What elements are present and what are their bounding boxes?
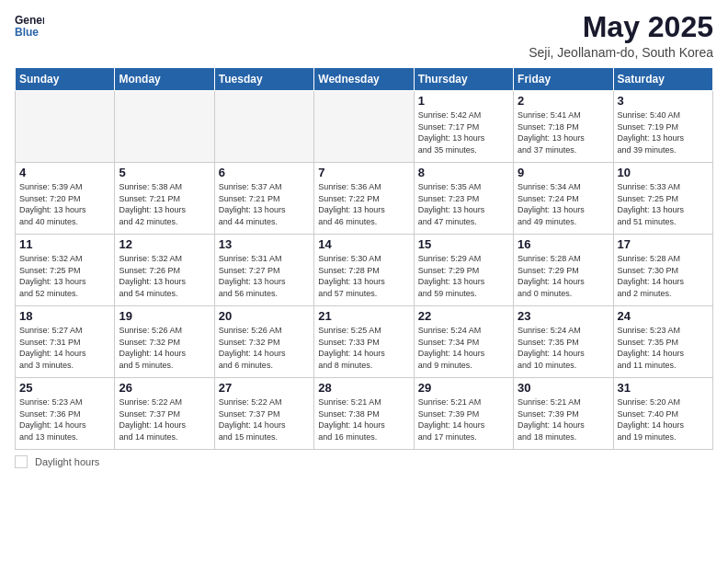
svg-text:Blue: Blue [15, 26, 39, 39]
day-number: 4 [19, 166, 110, 179]
calendar-day-cell: 30Sunrise: 5:21 AM Sunset: 7:39 PM Dayli… [514, 378, 613, 450]
day-number: 3 [618, 94, 709, 108]
day-info: Sunrise: 5:21 AM Sunset: 7:38 PM Dayligh… [318, 396, 409, 442]
day-number: 30 [518, 381, 609, 395]
calendar-day-cell: 5Sunrise: 5:38 AM Sunset: 7:21 PM Daylig… [115, 163, 214, 235]
day-info: Sunrise: 5:33 AM Sunset: 7:25 PM Dayligh… [618, 181, 709, 227]
day-info: Sunrise: 5:30 AM Sunset: 7:28 PM Dayligh… [318, 253, 409, 299]
day-info: Sunrise: 5:37 AM Sunset: 7:21 PM Dayligh… [219, 181, 310, 227]
month-title: May 2025 [529, 11, 713, 43]
calendar-week-row: 25Sunrise: 5:23 AM Sunset: 7:36 PM Dayli… [16, 378, 713, 450]
calendar-day-cell: 20Sunrise: 5:26 AM Sunset: 7:32 PM Dayli… [214, 306, 313, 378]
calendar-day-cell: 13Sunrise: 5:31 AM Sunset: 7:27 PM Dayli… [214, 235, 313, 306]
day-number: 18 [19, 309, 110, 323]
day-number: 22 [418, 309, 509, 323]
day-info: Sunrise: 5:24 AM Sunset: 7:35 PM Dayligh… [518, 325, 609, 371]
calendar-day-cell: 23Sunrise: 5:24 AM Sunset: 7:35 PM Dayli… [514, 306, 613, 378]
calendar-day-cell: 28Sunrise: 5:21 AM Sunset: 7:38 PM Dayli… [314, 378, 414, 450]
day-info: Sunrise: 5:31 AM Sunset: 7:27 PM Dayligh… [219, 253, 310, 299]
title-block: May 2025 Seji, Jeollanam-do, South Korea [529, 11, 713, 60]
day-number: 26 [119, 381, 210, 395]
calendar-day-cell: 18Sunrise: 5:27 AM Sunset: 7:31 PM Dayli… [16, 306, 115, 378]
day-number: 27 [219, 381, 310, 395]
day-info: Sunrise: 5:22 AM Sunset: 7:37 PM Dayligh… [119, 396, 210, 442]
day-info: Sunrise: 5:28 AM Sunset: 7:29 PM Dayligh… [518, 253, 609, 299]
calendar-week-row: 1Sunrise: 5:42 AM Sunset: 7:17 PM Daylig… [16, 91, 713, 163]
calendar-day-cell: 1Sunrise: 5:42 AM Sunset: 7:17 PM Daylig… [414, 91, 513, 163]
calendar-day-cell: 12Sunrise: 5:32 AM Sunset: 7:26 PM Dayli… [115, 235, 214, 306]
calendar-day-cell: 3Sunrise: 5:40 AM Sunset: 7:19 PM Daylig… [613, 91, 712, 163]
calendar-day-cell: 22Sunrise: 5:24 AM Sunset: 7:34 PM Dayli… [414, 306, 513, 378]
day-info: Sunrise: 5:21 AM Sunset: 7:39 PM Dayligh… [418, 396, 509, 442]
day-number: 14 [318, 237, 409, 251]
location-subtitle: Seji, Jeollanam-do, South Korea [529, 45, 713, 60]
day-info: Sunrise: 5:26 AM Sunset: 7:32 PM Dayligh… [219, 325, 310, 371]
day-number: 20 [219, 309, 310, 323]
day-info: Sunrise: 5:21 AM Sunset: 7:39 PM Dayligh… [518, 396, 609, 442]
calendar-day-cell: 31Sunrise: 5:20 AM Sunset: 7:40 PM Dayli… [613, 378, 712, 450]
daylight-label: Daylight hours [35, 456, 99, 467]
calendar-day-cell: 11Sunrise: 5:32 AM Sunset: 7:25 PM Dayli… [16, 235, 115, 306]
day-number: 9 [518, 166, 609, 179]
calendar-week-row: 4Sunrise: 5:39 AM Sunset: 7:20 PM Daylig… [16, 163, 713, 235]
calendar-day-cell: 26Sunrise: 5:22 AM Sunset: 7:37 PM Dayli… [115, 378, 214, 450]
day-header-cell: Thursday [414, 68, 513, 91]
calendar-day-cell: 9Sunrise: 5:34 AM Sunset: 7:24 PM Daylig… [514, 163, 613, 235]
day-info: Sunrise: 5:28 AM Sunset: 7:30 PM Dayligh… [618, 253, 709, 299]
day-number: 16 [518, 237, 609, 251]
day-info: Sunrise: 5:25 AM Sunset: 7:33 PM Dayligh… [318, 325, 409, 371]
day-number: 1 [418, 94, 509, 108]
calendar-day-cell: 15Sunrise: 5:29 AM Sunset: 7:29 PM Dayli… [414, 235, 513, 306]
day-info: Sunrise: 5:41 AM Sunset: 7:18 PM Dayligh… [518, 109, 609, 155]
day-number: 19 [119, 309, 210, 323]
calendar-day-cell: 14Sunrise: 5:30 AM Sunset: 7:28 PM Dayli… [314, 235, 414, 306]
day-info: Sunrise: 5:38 AM Sunset: 7:21 PM Dayligh… [119, 181, 210, 227]
calendar-day-cell: 29Sunrise: 5:21 AM Sunset: 7:39 PM Dayli… [414, 378, 513, 450]
day-number: 2 [518, 94, 609, 108]
day-info: Sunrise: 5:24 AM Sunset: 7:34 PM Dayligh… [418, 325, 509, 371]
day-header-cell: Saturday [613, 68, 712, 91]
footer: Daylight hours [15, 455, 713, 468]
calendar-day-cell: 17Sunrise: 5:28 AM Sunset: 7:30 PM Dayli… [613, 235, 712, 306]
day-info: Sunrise: 5:40 AM Sunset: 7:19 PM Dayligh… [618, 109, 709, 155]
calendar-day-cell: 2Sunrise: 5:41 AM Sunset: 7:18 PM Daylig… [514, 91, 613, 163]
calendar-day-cell: 25Sunrise: 5:23 AM Sunset: 7:36 PM Dayli… [16, 378, 115, 450]
day-header-row: SundayMondayTuesdayWednesdayThursdayFrid… [16, 68, 713, 91]
day-number: 28 [318, 381, 409, 395]
day-info: Sunrise: 5:23 AM Sunset: 7:36 PM Dayligh… [19, 396, 110, 442]
day-header-cell: Monday [115, 68, 214, 91]
day-number: 21 [318, 309, 409, 323]
calendar-day-cell [16, 91, 115, 163]
day-info: Sunrise: 5:23 AM Sunset: 7:35 PM Dayligh… [618, 325, 709, 371]
daylight-box-icon [15, 455, 28, 468]
day-info: Sunrise: 5:36 AM Sunset: 7:22 PM Dayligh… [318, 181, 409, 227]
calendar-day-cell [115, 91, 214, 163]
day-header-cell: Sunday [16, 68, 115, 91]
day-header-cell: Tuesday [214, 68, 313, 91]
day-info: Sunrise: 5:27 AM Sunset: 7:31 PM Dayligh… [19, 325, 110, 371]
calendar-day-cell: 27Sunrise: 5:22 AM Sunset: 7:37 PM Dayli… [214, 378, 313, 450]
day-number: 12 [119, 237, 210, 251]
day-info: Sunrise: 5:42 AM Sunset: 7:17 PM Dayligh… [418, 109, 509, 155]
day-header-cell: Friday [514, 68, 613, 91]
day-info: Sunrise: 5:39 AM Sunset: 7:20 PM Dayligh… [19, 181, 110, 227]
day-info: Sunrise: 5:26 AM Sunset: 7:32 PM Dayligh… [119, 325, 210, 371]
day-info: Sunrise: 5:29 AM Sunset: 7:29 PM Dayligh… [418, 253, 509, 299]
logo-icon: General Blue [15, 11, 44, 40]
day-number: 5 [119, 166, 210, 179]
day-number: 6 [219, 166, 310, 179]
calendar-day-cell: 19Sunrise: 5:26 AM Sunset: 7:32 PM Dayli… [115, 306, 214, 378]
day-number: 15 [418, 237, 509, 251]
day-info: Sunrise: 5:34 AM Sunset: 7:24 PM Dayligh… [518, 181, 609, 227]
day-number: 31 [618, 381, 709, 395]
day-number: 8 [418, 166, 509, 179]
svg-text:General: General [15, 14, 44, 27]
header: General Blue May 2025 Seji, Jeollanam-do… [15, 11, 713, 60]
calendar-day-cell: 6Sunrise: 5:37 AM Sunset: 7:21 PM Daylig… [214, 163, 313, 235]
day-info: Sunrise: 5:22 AM Sunset: 7:37 PM Dayligh… [219, 396, 310, 442]
calendar-day-cell: 10Sunrise: 5:33 AM Sunset: 7:25 PM Dayli… [613, 163, 712, 235]
calendar-day-cell: 8Sunrise: 5:35 AM Sunset: 7:23 PM Daylig… [414, 163, 513, 235]
calendar-week-row: 18Sunrise: 5:27 AM Sunset: 7:31 PM Dayli… [16, 306, 713, 378]
day-number: 13 [219, 237, 310, 251]
calendar-day-cell: 7Sunrise: 5:36 AM Sunset: 7:22 PM Daylig… [314, 163, 414, 235]
